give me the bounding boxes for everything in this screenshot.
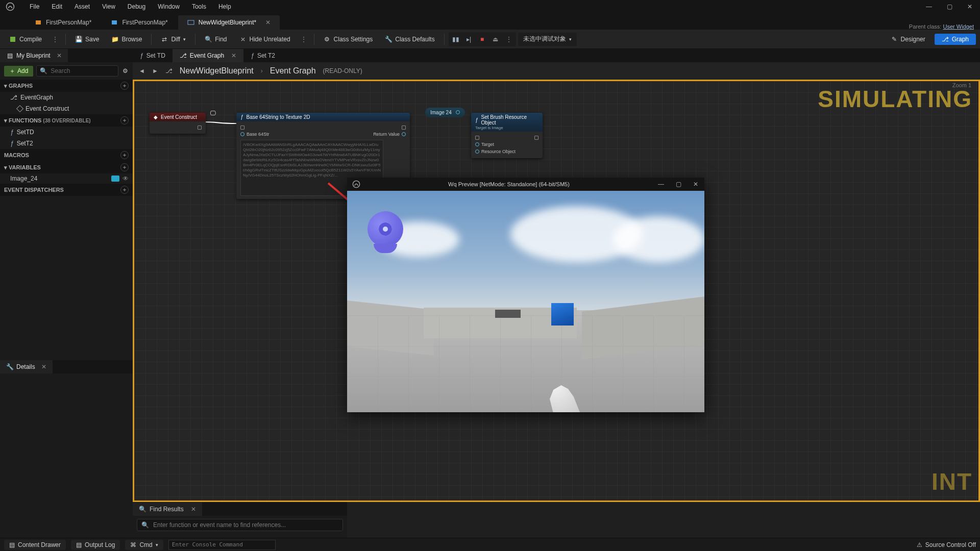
exec-pin-out[interactable]: [402, 126, 406, 130]
add-button[interactable]: ＋ Add: [4, 66, 33, 77]
add-function-icon[interactable]: ＋: [120, 116, 129, 124]
window-restore-icon[interactable]: ▢: [670, 178, 687, 191]
exec-pin-in[interactable]: [240, 126, 244, 130]
tree-item-fn-sett2[interactable]: ƒ SetT2: [0, 138, 133, 149]
content-drawer-button[interactable]: ▤ Content Drawer: [4, 540, 66, 550]
window-minimize-icon[interactable]: —: [919, 0, 939, 13]
stop-icon[interactable]: ■: [476, 33, 488, 45]
window-close-icon[interactable]: ✕: [687, 178, 704, 191]
exec-pin-out[interactable]: [534, 136, 538, 140]
tab-close-icon[interactable]: ✕: [265, 19, 271, 26]
node-set-brush[interactable]: ƒSet Brush Resource Object Target is Ima…: [471, 113, 543, 158]
function-icon: ƒ: [475, 117, 478, 123]
gear-icon[interactable]: ⚙: [121, 67, 129, 74]
menu-asset[interactable]: Asset: [68, 0, 96, 13]
compile-options-dropdown[interactable]: ⋮: [49, 36, 61, 43]
menu-debug[interactable]: Debug: [121, 0, 152, 13]
data-pin-in[interactable]: [240, 132, 244, 136]
play-options-icon[interactable]: ⋮: [503, 33, 515, 45]
window-close-icon[interactable]: ✕: [960, 0, 980, 13]
section-variables[interactable]: ▾ VARIABLES ＋: [0, 161, 133, 173]
window-restore-icon[interactable]: ▢: [939, 0, 960, 13]
menu-help[interactable]: Help: [212, 0, 237, 13]
section-macros[interactable]: MACROS ＋: [0, 149, 133, 161]
source-control-button[interactable]: ⚠ Source Control Off: [917, 541, 976, 548]
close-icon[interactable]: ✕: [41, 363, 46, 370]
step-icon[interactable]: ▸|: [463, 33, 475, 45]
my-blueprint-tab[interactable]: ▤ My Blueprint ✕: [0, 49, 68, 62]
output-log-button[interactable]: ▤ Output Log: [71, 540, 120, 550]
designer-mode-button[interactable]: ✎ Designer: [886, 34, 930, 45]
save-button[interactable]: 💾 Save: [70, 32, 104, 46]
menu-file[interactable]: File: [23, 0, 45, 13]
pause-icon[interactable]: ▮▮: [450, 33, 462, 45]
hide-unrelated-options[interactable]: ⋮: [298, 36, 310, 43]
graph-breadcrumb: ◄ ► ⎇ NewWidgetBlueprint › Event Graph (…: [133, 62, 980, 80]
debug-object-selector[interactable]: 未选中调试对象 ▾: [518, 33, 577, 46]
parent-class-link[interactable]: User Widget: [943, 23, 974, 30]
subtab-sett2[interactable]: ƒSet T2: [243, 49, 282, 62]
data-pin-in[interactable]: [475, 149, 479, 154]
close-icon[interactable]: ✕: [231, 52, 236, 59]
drawer-icon: ▤: [9, 541, 15, 548]
nav-back-icon[interactable]: ◄: [139, 67, 145, 74]
subtab-settd[interactable]: ƒSet TD: [133, 49, 173, 62]
menu-edit[interactable]: Edit: [45, 0, 68, 13]
menu-window[interactable]: Window: [152, 0, 186, 13]
variable-row-image24[interactable]: Image_24 👁: [0, 173, 133, 184]
exec-pin-in[interactable]: [475, 136, 479, 140]
close-icon[interactable]: ✕: [57, 52, 62, 59]
window-minimize-icon[interactable]: —: [652, 178, 670, 191]
doc-tab-firstperson-2[interactable]: FirstPersonMap*: [102, 15, 177, 30]
menu-tools[interactable]: Tools: [186, 0, 212, 13]
node-variable-image24[interactable]: Image 24: [425, 108, 465, 117]
tree-item-event-construct[interactable]: Event Construct: [0, 103, 133, 114]
section-event-dispatchers[interactable]: EVENT DISPATCHERS ＋: [0, 184, 133, 196]
folder-icon: 📁: [111, 36, 118, 43]
eject-icon[interactable]: ⏏: [489, 33, 502, 45]
node-event-construct[interactable]: ◆Event Construct: [150, 113, 206, 134]
eye-icon[interactable]: 👁: [122, 175, 129, 182]
data-pin-out[interactable]: [402, 132, 406, 136]
pie-preview-window[interactable]: Wq Preview [NetMode: Standalone] (64-bit…: [347, 178, 704, 412]
search-input[interactable]: 🔍 Search: [36, 65, 118, 77]
section-graphs[interactable]: ▾ GRAPHS ＋: [0, 80, 133, 92]
data-pin-in[interactable]: [475, 142, 479, 146]
add-dispatcher-icon[interactable]: ＋: [120, 186, 129, 194]
close-icon[interactable]: ✕: [191, 506, 196, 513]
details-tab[interactable]: 🔧 Details ✕: [0, 360, 53, 373]
diff-button[interactable]: ⇄ Diff ▾: [156, 32, 191, 46]
compile-button[interactable]: Compile: [4, 32, 47, 46]
graph-icon: ⎇: [180, 52, 187, 59]
doc-tab-widget-bp[interactable]: NewWidgetBlueprint* ✕: [178, 15, 280, 30]
nav-forward-icon[interactable]: ►: [152, 67, 158, 74]
class-settings-button[interactable]: ⚙ Class Settings: [318, 32, 378, 46]
function-icon: ƒ: [240, 114, 243, 120]
data-pin-out[interactable]: [456, 110, 460, 114]
log-icon: ▤: [76, 541, 82, 548]
doc-tab-firstperson-1[interactable]: FirstPersonMap*: [26, 15, 101, 30]
console-command-input[interactable]: [168, 540, 276, 550]
tree-item-fn-settd[interactable]: ƒ SetTD: [0, 127, 133, 138]
pie-title-bar[interactable]: Wq Preview [NetMode: Standalone] (64-bit…: [347, 178, 704, 191]
graph-mode-button[interactable]: ⎇ Graph: [935, 34, 976, 45]
cmd-button[interactable]: ⌘ Cmd ▾: [125, 540, 163, 550]
pie-viewport[interactable]: [347, 191, 704, 412]
section-functions[interactable]: ▾ FUNCTIONS (38 OVERRIDABLE) ＋: [0, 114, 133, 127]
exec-pin-out[interactable]: [198, 126, 202, 130]
widget-image-icon: [368, 211, 403, 247]
variable-type-icon: [111, 176, 119, 182]
event-icon: [16, 105, 23, 112]
class-defaults-button[interactable]: 🔧 Class Defaults: [380, 32, 439, 46]
add-macro-icon[interactable]: ＋: [120, 151, 129, 159]
browse-button[interactable]: 📁 Browse: [106, 32, 147, 46]
menu-view[interactable]: View: [96, 0, 121, 13]
add-variable-icon[interactable]: ＋: [120, 163, 129, 171]
tree-item-eventgraph[interactable]: ⎇ EventGraph: [0, 92, 133, 103]
find-button[interactable]: 🔍 Find: [200, 32, 232, 46]
add-graph-icon[interactable]: ＋: [120, 82, 129, 90]
hide-unrelated-button[interactable]: ⤫ Hide Unrelated: [234, 32, 296, 46]
find-results-tab[interactable]: 🔍 Find Results ✕: [133, 503, 202, 516]
subtab-eventgraph[interactable]: ⎇ Event Graph ✕: [173, 49, 243, 62]
find-input[interactable]: 🔍 Enter function or event name to find r…: [137, 519, 343, 531]
